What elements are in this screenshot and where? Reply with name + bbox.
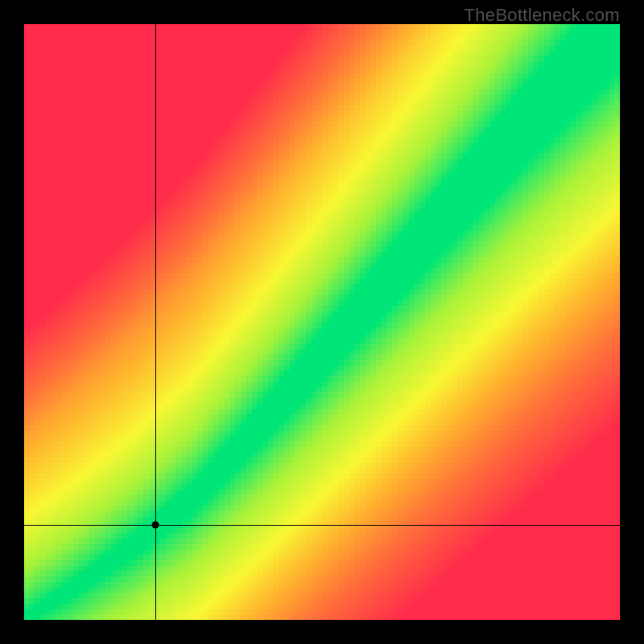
- heatmap-canvas: [24, 24, 620, 620]
- crosshair-horizontal: [24, 525, 620, 526]
- marker-dot: [151, 521, 159, 528]
- watermark-text: TheBottleneck.com: [464, 5, 620, 26]
- heatmap-plot: [24, 24, 620, 620]
- crosshair-vertical: [155, 24, 156, 620]
- chart-frame: TheBottleneck.com: [0, 0, 644, 644]
